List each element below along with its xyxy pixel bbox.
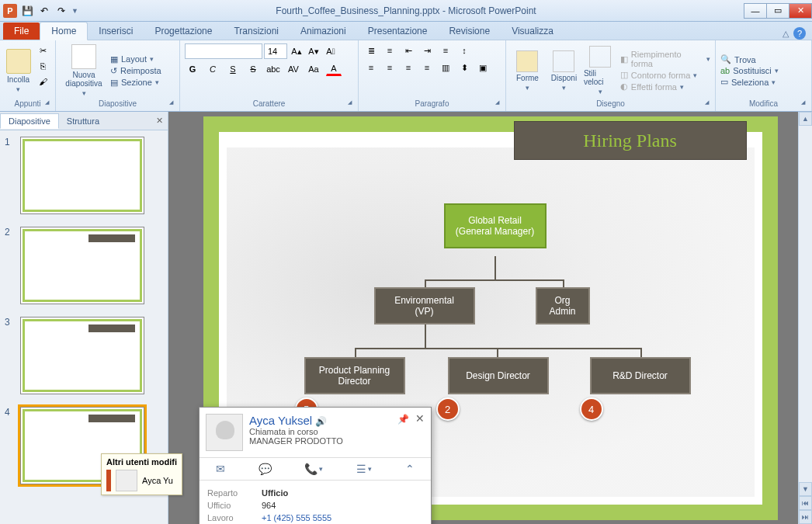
options-icon[interactable]: ☰▾ (356, 463, 372, 475)
reset-button[interactable]: ↺Reimposta (110, 66, 161, 76)
group-paragraph: ≣ ≡ ⇤ ⇥ ≡ ↕ ≡ ≡ ≡ ≡ ▥ ⬍ ▣ Paragrafo (359, 40, 506, 111)
badge-2[interactable]: 2 (436, 397, 460, 421)
grow-font-icon[interactable]: A▴ (289, 44, 304, 58)
group-label-clipboard: Appunti (5, 98, 50, 109)
columns-icon[interactable]: ▥ (438, 61, 453, 75)
badge-4[interactable]: 4 (580, 397, 603, 421)
window-title: Fourth_Coffee_Business_Planning.pptx - M… (276, 5, 536, 16)
font-size-input[interactable]: 14 (264, 43, 287, 59)
qat-dropdown-icon[interactable]: ▼ (71, 7, 78, 15)
shape-effects-button[interactable]: ◐Effetti forma▾ (620, 82, 710, 92)
panel-close-icon[interactable]: ✕ (151, 116, 168, 126)
redo-icon[interactable]: ↷ (54, 4, 68, 18)
group-slides: Nuova diapositiva ▾ ▦Layout▾ ↺Reimposta … (56, 40, 180, 111)
tab-transizioni[interactable]: Transizioni (223, 23, 290, 40)
next-slide-icon[interactable]: ⏭ (799, 510, 812, 524)
org-node-design-director[interactable]: Design Director (448, 357, 549, 394)
org-node-environmental[interactable]: Environmental (VP) (374, 287, 475, 324)
tab-visualizza[interactable]: Visualizza (501, 23, 564, 40)
font-color-button[interactable]: A (326, 62, 342, 76)
panel-tab-outline[interactable]: Struttura (59, 114, 107, 128)
align-left-icon[interactable]: ≡ (363, 61, 379, 75)
char-spacing-button[interactable]: AV (286, 62, 301, 76)
tab-presentazione[interactable]: Presentazione (357, 23, 439, 40)
copy-icon[interactable]: ⎘ (35, 59, 50, 73)
work-phone-link[interactable]: +1 (425) 555 5555 (262, 513, 331, 522)
slide-thumb-2[interactable] (20, 227, 144, 304)
text-direction-icon[interactable]: ↕ (456, 43, 472, 57)
scroll-up-icon[interactable]: ▲ (799, 112, 812, 126)
align-right-icon[interactable]: ≡ (401, 61, 416, 75)
shape-fill-button[interactable]: ◧Riempimento forma▾ (620, 50, 710, 68)
quick-styles-button[interactable]: Stili veloci▾ (584, 43, 617, 98)
call-icon[interactable]: 📞▾ (304, 463, 323, 475)
minimize-ribbon-icon[interactable]: △ (783, 29, 789, 39)
contact-name[interactable]: Ayca Yuksel 🔊 (249, 414, 343, 427)
decrease-indent-icon[interactable]: ⇤ (401, 43, 416, 57)
shrink-font-icon[interactable]: A▾ (306, 44, 321, 58)
shapes-button[interactable]: Forme▾ (511, 43, 544, 98)
close-button[interactable]: ✕ (789, 3, 812, 19)
tab-animazioni[interactable]: Animazioni (290, 23, 357, 40)
scroll-down-icon[interactable]: ▼ (799, 482, 812, 496)
italic-button[interactable]: C (205, 62, 220, 76)
replace-button[interactable]: abSostituisci▾ (720, 66, 779, 75)
tab-home[interactable]: Home (40, 22, 88, 40)
numbering-icon[interactable]: ≡ (382, 43, 397, 57)
vertical-scrollbar[interactable]: ▲ ▼ ⏮ ⏭ (798, 112, 812, 524)
panel-tab-slides[interactable]: Diapositive (0, 113, 59, 129)
select-button[interactable]: ▭Seleziona▾ (720, 77, 779, 87)
align-center-icon[interactable]: ≡ (382, 61, 397, 75)
smartart-icon[interactable]: ▣ (475, 61, 491, 75)
tab-progettazione[interactable]: Progettazione (144, 23, 223, 40)
undo-icon[interactable]: ↶ (37, 4, 51, 18)
section-button[interactable]: ▤Sezione▾ (110, 78, 161, 88)
layout-button[interactable]: ▦Layout▾ (110, 54, 161, 64)
font-family-input[interactable] (185, 43, 262, 59)
bullets-icon[interactable]: ≣ (363, 43, 379, 57)
slide-title-box[interactable]: Hiring Plans (514, 121, 747, 160)
save-icon[interactable]: 💾 (20, 4, 34, 18)
justify-icon[interactable]: ≡ (419, 61, 435, 75)
tab-inserisci[interactable]: Inserisci (88, 23, 144, 40)
maximize-button[interactable]: ▭ (766, 3, 789, 19)
find-button[interactable]: 🔍Trova (720, 54, 779, 64)
align-text-icon[interactable]: ⬍ (456, 61, 472, 75)
other-user-row[interactable]: Ayca Yu (106, 470, 177, 491)
format-painter-icon[interactable]: 🖌 (35, 75, 50, 88)
connector (640, 348, 642, 357)
new-slide-button[interactable]: Nuova diapositiva ▾ (61, 43, 107, 98)
org-node-org-admin[interactable]: Org Admin (536, 287, 590, 324)
org-node-product-planning[interactable]: Product Planning Director (304, 357, 405, 394)
title-bar: P 💾 ↶ ↷ ▼ Fourth_Coffee_Business_Plannin… (0, 0, 812, 22)
increase-indent-icon[interactable]: ⇥ (419, 43, 435, 57)
help-icon[interactable]: ? (793, 27, 806, 40)
shadow-button[interactable]: abc (265, 62, 281, 76)
expand-icon[interactable]: ⌃ (405, 463, 415, 475)
arrange-button[interactable]: Disponi▾ (547, 43, 581, 98)
tab-revisione[interactable]: Revisione (438, 23, 501, 40)
prev-slide-icon[interactable]: ⏮ (799, 496, 812, 510)
clear-format-icon[interactable]: A⃠ (323, 44, 338, 58)
card-close-icon[interactable]: ✕ (415, 412, 425, 425)
cut-icon[interactable]: ✂ (35, 43, 50, 57)
thumb-number: 3 (5, 317, 14, 394)
group-clipboard: Incolla ▾ ✂ ⎘ 🖌 Appunti (0, 40, 56, 111)
slide-thumb-1[interactable] (20, 137, 144, 214)
paste-button[interactable]: Incolla ▾ (5, 43, 32, 98)
shape-outline-button[interactable]: ◫Contorno forma▾ (620, 70, 710, 80)
pin-icon[interactable]: 📌 (397, 414, 409, 425)
strike-button[interactable]: S (245, 62, 261, 76)
contact-card: Ayca Yuksel 🔊 Chiamata in corso MANAGER … (199, 407, 432, 524)
file-tab[interactable]: File (3, 23, 40, 40)
email-icon[interactable]: ✉ (216, 463, 225, 475)
line-spacing-icon[interactable]: ≡ (438, 43, 453, 57)
slide-thumb-3[interactable] (20, 317, 144, 394)
bold-button[interactable]: G (185, 62, 200, 76)
change-case-button[interactable]: Aa (306, 62, 321, 76)
org-node-global-retail[interactable]: Global Retail (General Manager) (444, 203, 547, 248)
underline-button[interactable]: S (225, 62, 241, 76)
org-node-rnd-director[interactable]: R&D Director (590, 357, 691, 394)
minimize-button[interactable]: — (744, 3, 767, 19)
im-icon[interactable]: 💬 (259, 463, 272, 475)
